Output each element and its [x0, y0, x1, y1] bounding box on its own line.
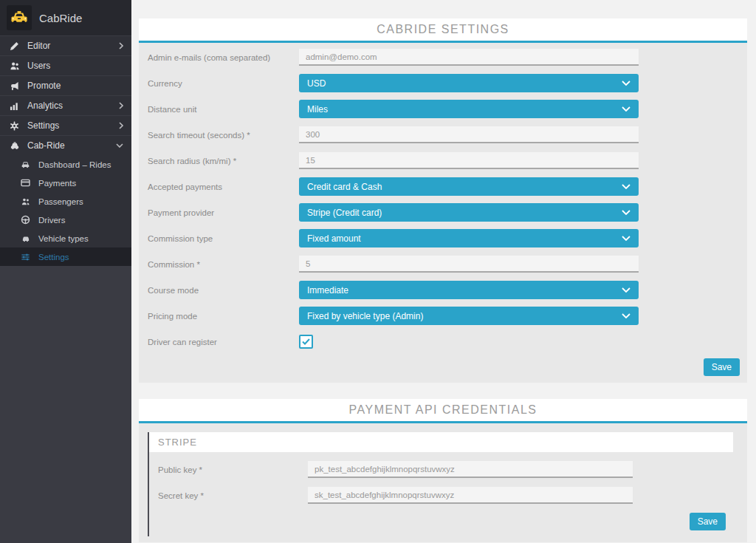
sliders-icon — [19, 253, 32, 262]
form-row: Commission * — [148, 251, 740, 277]
cabride-settings-header: CABRIDE SETTINGS — [139, 18, 747, 43]
accepted-payments-select[interactable]: Credit card & Cash — [299, 177, 639, 196]
stripe-group-header: STRIPE — [149, 432, 733, 452]
form-row: Course mode Immediate — [148, 277, 740, 303]
field-label: Search radius (km/mi) * — [148, 157, 299, 165]
chevron-right-icon — [119, 42, 123, 49]
chevron-down-icon — [622, 313, 630, 318]
form-row: Accepted payments Credit card & Cash — [148, 174, 740, 199]
public-key-input[interactable] — [308, 461, 633, 478]
commission-input[interactable] — [299, 256, 639, 273]
taxi-front-icon — [19, 160, 32, 169]
form-row: Secret key * — [158, 482, 733, 508]
sidebar-item-cab-ride[interactable]: Cab-Ride — [0, 135, 131, 155]
section-title: PAYMENT API CREDENTIALS — [349, 403, 537, 417]
field-label: Commission type — [148, 234, 299, 243]
payment-api-credentials-header: PAYMENT API CREDENTIALS — [139, 399, 747, 423]
field-label: Course mode — [148, 286, 299, 295]
sidebar-subitem-label: Drivers — [38, 216, 65, 225]
form-row: Public key * — [158, 457, 733, 482]
chevron-down-icon — [622, 210, 630, 215]
chevron-down-icon — [116, 143, 123, 148]
search-timeout-input[interactable] — [299, 126, 639, 143]
select-value: Credit card & Cash — [307, 182, 382, 192]
select-value: USD — [307, 78, 326, 89]
sidebar-item-label: Analytics — [27, 100, 63, 111]
chevron-down-icon — [622, 106, 630, 112]
taxi-icon — [8, 141, 21, 151]
sidebar-item-promote[interactable]: Promote — [0, 75, 131, 95]
commission-type-select[interactable]: Fixed amount — [299, 229, 639, 247]
form-row: Payment provider Stripe (Credit card) — [148, 199, 740, 225]
distance-unit-select[interactable]: Miles — [299, 100, 639, 118]
sidebar-item-label: Cab-Ride — [27, 140, 65, 151]
sidebar-item-editor[interactable]: Editor — [0, 35, 131, 55]
sidebar-subitem-payments[interactable]: Payments — [0, 174, 131, 192]
passengers-icon — [19, 197, 32, 206]
chevron-down-icon — [622, 81, 630, 86]
main-content: CABRIDE SETTINGS Admin e-mails (coma sep… — [139, 18, 747, 542]
sidebar-subitem-passengers[interactable]: Passengers — [0, 192, 131, 211]
save-button[interactable]: Save — [690, 513, 726, 530]
sidebar-subitem-vehicle-types[interactable]: Vehicle types — [0, 229, 131, 247]
field-label: Public key * — [158, 465, 308, 474]
select-value: Miles — [307, 104, 328, 115]
sidebar-subitem-dashboard-rides[interactable]: Dashboard – Rides — [0, 155, 131, 174]
chevron-right-icon — [119, 122, 123, 129]
gear-icon — [8, 121, 21, 131]
form-row: Commission type Fixed amount — [148, 225, 740, 251]
sidebar-subitem-label: Passengers — [38, 197, 83, 206]
credit-card-icon — [19, 179, 32, 187]
select-value: Fixed amount — [307, 233, 361, 244]
select-value: Fixed by vehicle type (Admin) — [307, 311, 423, 321]
sidebar: CabRide Editor Users Promote — [0, 0, 131, 543]
stripe-group: STRIPE Public key * Secret key * Save — [148, 432, 733, 536]
taxi-logo-icon — [7, 5, 32, 30]
sidebar-subitem-settings[interactable]: Settings — [0, 247, 131, 266]
sidebar-item-label: Editor — [27, 41, 50, 51]
sidebar-menu: Editor Users Promote Analytics — [0, 35, 131, 266]
app-title: CabRide — [39, 12, 82, 24]
payment-provider-select[interactable]: Stripe (Credit card) — [299, 203, 639, 222]
sidebar-subitem-label: Payments — [38, 179, 76, 188]
field-label: Distance unit — [148, 105, 299, 114]
sidebar-subitem-label: Dashboard – Rides — [38, 160, 111, 169]
group-title: STRIPE — [158, 437, 197, 448]
chevron-down-icon — [622, 184, 630, 189]
form-row: Admin e-mails (coma separated) — [148, 44, 740, 70]
pencil-icon — [8, 41, 21, 51]
steering-wheel-icon — [19, 215, 32, 225]
sidebar-item-label: Promote — [27, 81, 61, 91]
sidebar-item-analytics[interactable]: Analytics — [0, 95, 131, 115]
sidebar-item-settings[interactable]: Settings — [0, 115, 131, 135]
form-row: Driver can register — [148, 329, 740, 355]
sidebar-subitem-label: Vehicle types — [38, 234, 89, 243]
field-label: Secret key * — [158, 491, 308, 500]
driver-can-register-checkbox[interactable] — [299, 335, 313, 349]
sidebar-item-label: Users — [27, 61, 50, 71]
admin-emails-input[interactable] — [299, 49, 639, 66]
pricing-mode-select[interactable]: Fixed by vehicle type (Admin) — [299, 307, 639, 325]
sidebar-subitem-drivers[interactable]: Drivers — [0, 211, 131, 229]
chevron-down-icon — [622, 236, 630, 241]
chevron-right-icon — [119, 102, 123, 109]
currency-select[interactable]: USD — [299, 74, 639, 92]
users-icon — [8, 61, 21, 71]
secret-key-input[interactable] — [308, 487, 633, 504]
form-row: Distance unit Miles — [148, 96, 740, 122]
field-label: Pricing mode — [148, 312, 299, 321]
field-label: Driver can register — [148, 338, 299, 346]
field-label: Accepted payments — [148, 182, 299, 191]
payment-api-credentials-panel: STRIPE Public key * Secret key * Save — [139, 423, 747, 542]
app-logo[interactable]: CabRide — [0, 0, 131, 35]
sidebar-item-label: Settings — [27, 120, 59, 131]
field-label: Admin e-mails (coma separated) — [148, 53, 299, 62]
course-mode-select[interactable]: Immediate — [299, 281, 639, 299]
sidebar-subitem-label: Settings — [38, 253, 69, 262]
select-value: Stripe (Credit card) — [307, 208, 382, 218]
cabride-settings-panel: Admin e-mails (coma separated) Currency … — [139, 43, 747, 383]
search-radius-input[interactable] — [299, 152, 639, 169]
field-label: Payment provider — [148, 208, 299, 217]
save-button[interactable]: Save — [704, 358, 740, 376]
sidebar-item-users[interactable]: Users — [0, 55, 131, 75]
